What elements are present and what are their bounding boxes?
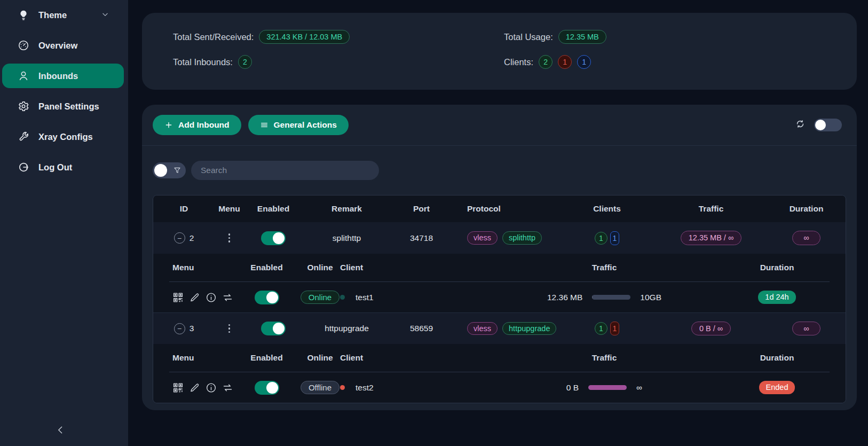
- client-duration-badge: Ended: [759, 381, 795, 394]
- client-header-row: Menu Enabled Online Client Traffic Durat…: [153, 344, 846, 372]
- inbounds-table: ID Menu Enabled Remark Port Protocol Cli…: [153, 195, 846, 403]
- kebab-menu-icon[interactable]: [226, 322, 233, 335]
- plus-icon: [164, 121, 173, 129]
- sidebar-item-overview[interactable]: Overview: [2, 33, 124, 58]
- enabled-toggle[interactable]: [261, 322, 286, 335]
- sidebar-item-panel-settings[interactable]: Panel Settings: [2, 94, 124, 119]
- edit-icon[interactable]: [189, 382, 200, 394]
- refresh-icon[interactable]: [795, 119, 806, 131]
- subcol-header-traffic: Traffic: [500, 353, 708, 363]
- subcol-header-online: Online: [300, 353, 340, 363]
- traffic-used: 12.36 MB: [547, 293, 582, 302]
- bulb-icon: [18, 9, 29, 21]
- duration-cell: ∞: [767, 322, 846, 336]
- dashboard-icon: [18, 40, 29, 51]
- client-online-cell: Offline: [300, 381, 340, 394]
- col-header-clients: Clients: [559, 204, 655, 214]
- sidebar-item-theme[interactable]: Theme: [2, 3, 124, 27]
- stat-count-badge: 2: [238, 55, 252, 69]
- clients-count-red: 1: [558, 55, 572, 69]
- remark-cell: httpupgrade: [303, 324, 391, 333]
- kebab-menu-icon[interactable]: [226, 231, 233, 245]
- id-cell: − 2: [153, 232, 215, 244]
- user-icon: [18, 70, 29, 82]
- client-count-blue: 1: [610, 231, 619, 245]
- inbound-row: − 3 httpupgrade 58659 vless httpupgrade …: [153, 312, 846, 344]
- repeat-icon[interactable]: [222, 382, 233, 394]
- client-duration-cell: Ended: [708, 381, 846, 394]
- client-online-cell: Online: [300, 291, 340, 304]
- sidebar-item-label: Inbounds: [38, 71, 78, 81]
- client-enabled-toggle[interactable]: [255, 381, 279, 395]
- client-traffic-cell: 12.36 MB 10GB: [500, 293, 708, 302]
- sidebar-item-label: Theme: [38, 10, 67, 20]
- sidebar-collapse-button[interactable]: [56, 425, 68, 437]
- clients-count-green: 2: [539, 55, 553, 69]
- stat-total-sent-received: Total Sent/Received: 321.43 KB / 12.03 M…: [173, 29, 504, 45]
- traffic-cell: 0 B / ∞: [655, 322, 767, 336]
- sidebar-item-xray-configs[interactable]: Xray Configs: [2, 124, 124, 149]
- info-icon[interactable]: [206, 292, 217, 303]
- duration-cell: ∞: [767, 231, 846, 245]
- transport-tag: httpupgrade: [502, 322, 556, 335]
- client-count-red: 1: [610, 322, 619, 335]
- qr-code-icon[interactable]: [172, 382, 184, 394]
- sidebar-item-label: Panel Settings: [38, 101, 99, 112]
- inbound-id: 2: [190, 233, 194, 243]
- port-cell: 34718: [391, 233, 452, 243]
- stat-total-inbounds: Total Inbounds: 2: [173, 54, 504, 70]
- add-inbound-button[interactable]: Add Inbound: [153, 115, 241, 135]
- remark-cell: splithttp: [303, 233, 391, 243]
- qr-code-icon[interactable]: [172, 292, 184, 303]
- subcol-header-client: Client: [340, 353, 500, 363]
- auto-refresh-toggle[interactable]: [814, 119, 842, 131]
- client-header-row: Menu Enabled Online Client Traffic Durat…: [153, 254, 846, 281]
- client-traffic-cell: 0 B ∞: [500, 383, 708, 393]
- expanded-clients-panel: Menu Enabled Online Client Traffic Durat…: [153, 254, 846, 312]
- search-input[interactable]: [191, 161, 379, 180]
- sidebar-item-label: Log Out: [38, 162, 72, 173]
- filter-toggle[interactable]: [153, 162, 186, 178]
- filter-icon: [173, 167, 181, 174]
- toolbar: Add Inbound General Actions: [142, 105, 857, 146]
- col-header-duration: Duration: [767, 204, 846, 214]
- traffic-cell: 12.35 MB / ∞: [655, 231, 767, 245]
- protocol-tag: vless: [467, 231, 498, 245]
- stat-label: Total Usage:: [504, 32, 553, 42]
- col-header-remark: Remark: [303, 204, 391, 214]
- enabled-toggle[interactable]: [261, 231, 286, 245]
- stat-value-badge: 321.43 KB / 12.03 MB: [259, 30, 350, 44]
- subcol-header-online: Online: [300, 263, 340, 272]
- sidebar-item-log-out[interactable]: Log Out: [2, 155, 124, 179]
- sidebar-item-inbounds[interactable]: Inbounds: [2, 64, 124, 88]
- collapse-row-icon[interactable]: −: [174, 232, 185, 244]
- clients-cell: 1 1: [559, 231, 655, 245]
- sidebar: Theme Overview Inbounds Panel Settings X…: [0, 0, 128, 446]
- sidebar-item-label: Overview: [38, 41, 77, 51]
- menu-cell: [215, 231, 244, 245]
- menu-lines-icon: [260, 121, 269, 129]
- general-actions-button[interactable]: General Actions: [248, 115, 349, 135]
- client-enabled-cell: [233, 291, 300, 304]
- client-enabled-toggle[interactable]: [255, 291, 279, 304]
- online-status-badge: Online: [301, 291, 340, 304]
- client-duration-cell: 1d 24h: [708, 291, 846, 304]
- col-header-port: Port: [391, 204, 452, 214]
- collapse-row-icon[interactable]: −: [174, 323, 185, 334]
- menu-cell: [215, 322, 244, 335]
- stat-label: Total Inbounds:: [173, 57, 233, 67]
- stats-card: Total Sent/Received: 321.43 KB / 12.03 M…: [142, 13, 857, 90]
- protocol-cell: vless httpupgrade: [452, 322, 559, 335]
- col-header-id: ID: [153, 204, 215, 214]
- enabled-cell: [244, 322, 303, 335]
- edit-icon[interactable]: [189, 292, 200, 303]
- sidebar-item-label: Xray Configs: [38, 132, 93, 142]
- info-icon[interactable]: [206, 382, 217, 394]
- repeat-icon[interactable]: [222, 292, 233, 303]
- chevron-left-icon: [56, 425, 66, 435]
- traffic-total: 10GB: [640, 293, 661, 302]
- inbound-row: − 2 splithttp 34718 vless splithttp 1 1: [153, 222, 846, 254]
- client-row: Online test1 12.36 MB 10GB 1d 24h: [153, 282, 846, 312]
- clients-cell: 1 1: [559, 322, 655, 335]
- stat-label: Total Sent/Received:: [173, 32, 254, 42]
